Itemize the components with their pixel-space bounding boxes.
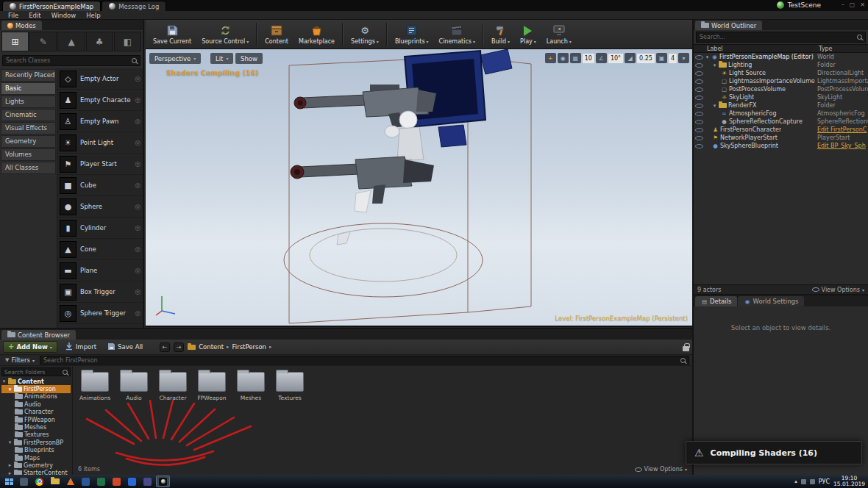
visibility-eye-icon[interactable] <box>695 120 703 124</box>
outliner-row[interactable]: ⚑NetworkPlayerStartPlayerStart <box>694 134 868 142</box>
expand-arrow-icon[interactable]: ▾ <box>1 378 7 384</box>
landscape-mode-button[interactable]: ▲ <box>57 32 85 51</box>
drag-handle-icon[interactable]: ◎ <box>135 96 140 104</box>
outliner-row[interactable]: ▾RenderFXFolder <box>694 101 868 110</box>
menu-help[interactable]: Help <box>81 12 105 19</box>
lock-icon[interactable] <box>683 346 689 351</box>
visibility-eye-icon[interactable] <box>695 104 703 108</box>
taskbar-app-icon[interactable] <box>125 476 139 487</box>
drag-handle-icon[interactable]: ◎ <box>135 139 140 146</box>
marketplace-button[interactable]: Marketplace <box>294 20 340 49</box>
category-recently-placed[interactable]: Recently Placed <box>1 69 56 82</box>
placeable-empty-pawn[interactable]: ♙Empty Pawn◎ <box>57 111 143 132</box>
save-all-button[interactable]: Save All <box>104 341 146 353</box>
tab-world-outliner[interactable]: World Outliner <box>695 21 762 30</box>
placeable-cube[interactable]: ■Cube◎ <box>57 175 143 196</box>
drag-handle-icon[interactable]: ◎ <box>135 75 140 82</box>
category-cinematic[interactable]: Cinematic <box>1 109 56 121</box>
history-forward-button[interactable]: → <box>174 342 184 352</box>
tab-modes[interactable]: Modes <box>1 21 42 30</box>
world-coordinate-icon[interactable]: ◉ <box>558 53 569 63</box>
taskbar-app-icon[interactable] <box>110 476 124 487</box>
tree-item-geometry[interactable]: ▸Geometry <box>1 462 71 469</box>
history-back-button[interactable]: ← <box>160 342 170 352</box>
outliner-search-input[interactable] <box>700 34 855 40</box>
language-indicator[interactable]: РУС <box>819 478 830 485</box>
launch-button[interactable]: Launch▾ <box>541 20 577 49</box>
outliner-row[interactable]: ▢LightmassImportanceVolumeLightmassImpor… <box>694 77 868 85</box>
folders-search-input[interactable] <box>4 369 61 376</box>
scale-snap-icon[interactable]: ◢ <box>625 53 636 63</box>
taskbar-app-icon[interactable] <box>140 476 154 487</box>
drag-handle-icon[interactable]: ◎ <box>135 288 140 295</box>
visibility-eye-icon[interactable] <box>695 87 703 92</box>
perspective-button[interactable]: Perspective ▾ <box>149 53 201 64</box>
folder-tile-textures[interactable]: Textures <box>274 372 306 401</box>
menu-window[interactable]: Window <box>46 12 82 19</box>
edit-blueprint-link[interactable]: Edit BP_Sky_Sph <box>817 143 868 149</box>
volume-icon[interactable] <box>810 479 815 484</box>
grid-snap-icon[interactable]: ▦ <box>570 53 581 63</box>
menu-edit[interactable]: Edit <box>24 12 46 19</box>
visibility-eye-icon[interactable] <box>695 71 703 76</box>
blueprints-button[interactable]: Blueprints▾ <box>390 20 434 49</box>
cinematics-button[interactable]: Cinematics▾ <box>434 20 480 49</box>
visibility-eye-icon[interactable] <box>695 144 703 148</box>
rotation-snap-value[interactable]: 10° <box>608 54 623 63</box>
drag-handle-icon[interactable]: ◎ <box>135 267 140 274</box>
import-button[interactable]: Import <box>61 341 100 353</box>
tree-item-maps[interactable]: Maps <box>1 454 71 462</box>
tab-details[interactable]: ▤ Details <box>695 296 737 306</box>
cb-search-input[interactable] <box>43 357 678 364</box>
outliner-row[interactable]: ♟FirstPersonCharacterEdit FirstPersonC <box>694 126 868 134</box>
compiling-shaders-notification[interactable]: ⚠ Compiling Shaders (16) <box>686 441 862 464</box>
media-player-icon[interactable] <box>63 476 77 487</box>
chrome-icon[interactable] <box>32 476 46 487</box>
placeable-player-start[interactable]: ⚑Player Start◎ <box>57 154 143 175</box>
placeable-box-trigger[interactable]: ▣Box Trigger◎ <box>57 281 143 303</box>
visibility-eye-icon[interactable] <box>695 112 703 116</box>
outliner-row[interactable]: ●SphereReflectionCaptureSphereReflection… <box>694 118 868 126</box>
viewport[interactable]: Perspective ▾ Lit ▾ Show Shaders Compili… <box>146 49 692 327</box>
window-tab-map[interactable]: FirstPersonExampleMap <box>2 1 101 11</box>
start-button[interactable] <box>1 476 16 487</box>
drag-handle-icon[interactable]: ◎ <box>135 224 140 232</box>
search-classes-input[interactable] <box>6 57 129 64</box>
category-visual-effects[interactable]: Visual Effects <box>1 122 56 134</box>
expand-arrow-icon[interactable]: ▾ <box>712 103 717 109</box>
placeable-point-light[interactable]: ☀Point Light◎ <box>57 132 143 154</box>
tree-item-character[interactable]: Character <box>1 409 71 416</box>
outliner-row[interactable]: ▾LightingFolder <box>694 61 868 69</box>
tree-item-fpweapon[interactable]: FPWeapon <box>1 416 71 423</box>
breadcrumb-current[interactable]: FirstPerson <box>232 343 266 351</box>
folder-tile-animations[interactable]: Animations <box>79 372 111 401</box>
outliner-view-options[interactable]: View Options ▾ <box>812 287 864 293</box>
camera-speed-value[interactable]: 4 <box>669 54 677 63</box>
placeable-empty-character[interactable]: ♟Empty Character◎ <box>57 90 143 111</box>
visibility-eye-icon[interactable] <box>695 63 703 68</box>
drag-handle-icon[interactable]: ◎ <box>135 182 140 189</box>
expand-arrow-icon[interactable]: ▾ <box>705 54 710 60</box>
category-lights[interactable]: Lights <box>1 96 56 108</box>
folder-tile-meshes[interactable]: Meshes <box>235 372 267 401</box>
visibility-eye-icon[interactable] <box>695 96 703 100</box>
folder-tile-audio[interactable]: Audio <box>118 372 150 401</box>
explorer-folder-icon[interactable] <box>48 476 62 487</box>
network-icon[interactable] <box>801 479 806 484</box>
window-tab-message-log[interactable]: Message Log <box>102 1 166 11</box>
taskbar-app-icon[interactable] <box>17 476 31 487</box>
tree-item-content[interactable]: ▾Content <box>1 378 71 385</box>
unreal-editor-taskbar-icon[interactable] <box>156 476 170 487</box>
play-button[interactable]: Play▾ <box>515 20 541 49</box>
content-button[interactable]: Content <box>260 20 294 49</box>
lit-mode-button[interactable]: Lit ▾ <box>210 53 233 64</box>
visibility-eye-icon[interactable] <box>695 55 703 60</box>
visibility-eye-icon[interactable] <box>695 79 703 84</box>
category-all-classes[interactable]: All Classes <box>1 162 56 174</box>
tray-expand-icon[interactable]: ▴ <box>794 478 797 484</box>
tree-item-startercontent[interactable]: ▸StarterContent <box>1 470 71 475</box>
breadcrumb-separator-icon[interactable]: ▸ <box>269 344 272 350</box>
expand-arrow-icon[interactable]: ▾ <box>7 387 13 392</box>
visibility-eye-icon[interactable] <box>695 136 703 140</box>
maximize-button[interactable]: ▢ <box>850 1 855 8</box>
